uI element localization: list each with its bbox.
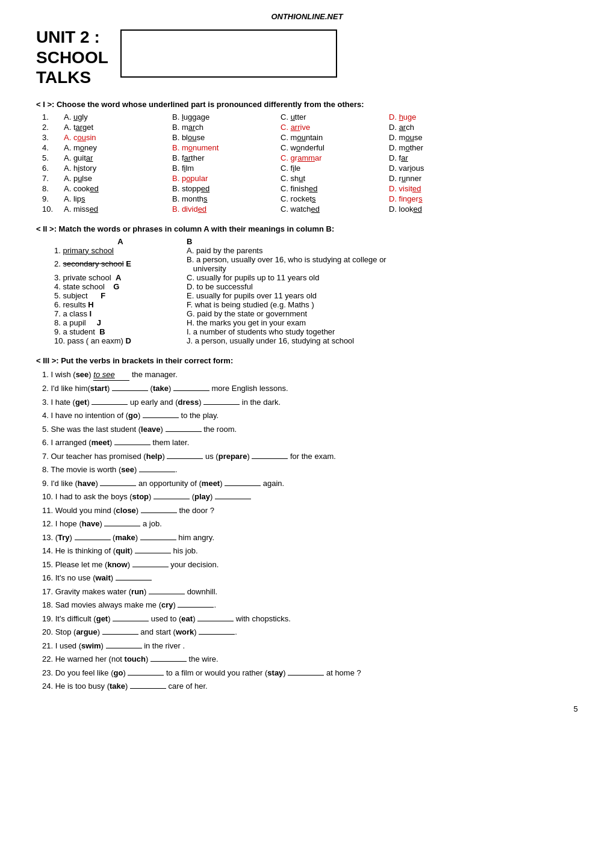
unit-image-placeholder xyxy=(120,29,337,78)
answer-blank xyxy=(116,580,152,580)
q-num: 22. xyxy=(42,654,53,663)
q-cell-answer: A. cousin xyxy=(64,133,172,142)
q-cell: C. rockets xyxy=(281,194,389,203)
match-term: 10. pass ( an eaxm) D xyxy=(54,336,187,345)
answer-blank xyxy=(130,688,166,689)
answer-blank xyxy=(75,540,111,540)
table-row: 8. a pupil J H. the marks you get in you… xyxy=(54,318,542,327)
q-cell-answer: D. fingers xyxy=(389,194,497,203)
q-num: 2. xyxy=(42,123,64,132)
answer-blank xyxy=(166,431,202,432)
unit-title: UNIT 2 :SCHOOLTALKS xyxy=(36,27,108,88)
q-cell: D. looked xyxy=(389,205,497,214)
answer-blank xyxy=(154,499,190,499)
page-number: 5 xyxy=(36,704,578,713)
table-row: 11. Would you mind (close) the door ? xyxy=(42,505,578,517)
q-cell-answer: B. monument xyxy=(172,143,281,152)
table-row: 4. state school G D. to be successful xyxy=(54,282,542,291)
table-row: 7. a class I G. paid by the state or gov… xyxy=(54,309,542,318)
match-term: 3. private school A xyxy=(54,273,187,282)
table-row: 10. pass ( an eaxm) D J. a person, usual… xyxy=(54,336,542,345)
col-a-header: A xyxy=(54,237,187,246)
match-meaning: D. to be successful xyxy=(187,282,542,291)
section1-header: < I >: Choose the word whose underlined … xyxy=(36,100,578,109)
table-row: 8. The movie is worth (see) . xyxy=(42,464,578,476)
q-num: 9. xyxy=(42,194,64,203)
table-row: 6. A. history B. film C. file D. various xyxy=(42,164,578,173)
q-cell: A. pulse xyxy=(64,174,172,183)
match-term: 2. secondary school E xyxy=(54,255,187,273)
table-row: 9. A. lips B. months C. rockets D. finge… xyxy=(42,194,578,203)
q-cell: C. utter xyxy=(281,112,389,122)
table-row: 10. A. missed B. divided C. watched D. l… xyxy=(42,205,578,214)
q-num: 20. xyxy=(42,627,53,636)
q-cell-answer: D. visited xyxy=(389,184,497,193)
q-cell: A. missed xyxy=(64,205,172,214)
q-num: 5. xyxy=(42,425,49,434)
q-num: 6. xyxy=(42,438,49,447)
table-row: 3. private school A C. usually for pupil… xyxy=(54,273,542,282)
q-num: 16. xyxy=(42,573,53,582)
table-row: 14. He is thinking of (quit) his job. xyxy=(42,545,578,557)
table-row: 5. A. guitar B. farther C. grammar D. fa… xyxy=(42,153,578,162)
table-row: 13. (Try) (make) him angry. xyxy=(42,532,578,544)
q-cell: D. mother xyxy=(389,143,497,152)
q-cell: D. mouse xyxy=(389,133,497,142)
q-num: 21. xyxy=(42,641,53,650)
answer-blank xyxy=(149,594,185,594)
q-num: 10. xyxy=(42,492,53,501)
table-row: 3. A. cousin B. blouse C. mountain D. mo… xyxy=(42,133,578,142)
answer-blank xyxy=(199,634,235,635)
q-num: 12. xyxy=(42,519,53,528)
answer-blank xyxy=(150,661,187,662)
match-meaning: A. paid by the parents xyxy=(187,246,542,255)
answer-blank xyxy=(128,675,164,676)
q-num: 23. xyxy=(42,668,53,677)
table-row: 17. Gravity makes water (run) downhill. xyxy=(42,586,578,598)
q-num: 1. xyxy=(42,112,64,122)
answer-blank: to see xyxy=(93,369,129,381)
section2-header: < II >: Match the words or phrases in co… xyxy=(36,224,578,233)
table-row: 3. I hate (get) up early and (dress) in … xyxy=(42,396,578,408)
match-meaning: C. usually for pupils up to 11 years old xyxy=(187,273,542,282)
table-row: 2. A. target B. march C. arrive D. arch xyxy=(42,123,578,132)
answer-blank xyxy=(167,458,203,459)
answer-blank xyxy=(173,390,209,391)
table-row: 9. I'd like (have) an opportunity of (me… xyxy=(42,478,578,490)
table-row: 2. secondary school E B. a person, usual… xyxy=(54,255,542,273)
q-num: 6. xyxy=(42,164,64,173)
table-row: 1. primary school A. paid by the parents xyxy=(54,246,542,255)
table-row: 10. I had to ask the boys (stop) (play) xyxy=(42,491,578,503)
table-row: 2. I'd like him(start) (take) more Engli… xyxy=(42,383,578,395)
table-row: 7. A. pulse B. popular C. shut D. runner xyxy=(42,174,578,183)
q-num: 24. xyxy=(42,682,53,691)
answer-blank xyxy=(143,417,179,418)
match-meaning: I. a number of students who study togeth… xyxy=(187,327,542,336)
q-cell: C. mountain xyxy=(281,133,389,142)
table-row: 19. It's difficult (get) used to (eat) w… xyxy=(42,613,578,625)
answer-blank xyxy=(132,567,169,567)
q-cell: A. cooked xyxy=(64,184,172,193)
q-cell: B. luggage xyxy=(172,112,281,122)
q-num: 9. xyxy=(42,479,49,488)
q-num: 11. xyxy=(42,506,53,515)
q-cell: B. farther xyxy=(172,153,281,162)
q-cell: A. history xyxy=(64,164,172,173)
q-num: 3. xyxy=(42,133,64,142)
answer-blank xyxy=(178,607,214,608)
answer-blank xyxy=(197,621,234,621)
q-cell: A. money xyxy=(64,143,172,152)
q-num: 7. xyxy=(42,174,64,183)
table-row: 12. I hope (have) a job. xyxy=(42,518,578,530)
match-meaning: G. paid by the state or government xyxy=(187,309,542,318)
q-num: 10. xyxy=(42,205,64,214)
q-cell: C. shut xyxy=(281,174,389,183)
table-row: 23. Do you feel like (go) to a film or w… xyxy=(42,667,578,679)
table-row: 24. He is too busy (take) care of her. xyxy=(42,680,578,692)
table-row: 5. subject F E. usually for pupils over … xyxy=(54,291,542,300)
match-term: 8. a pupil J xyxy=(54,318,187,327)
answer-blank xyxy=(225,485,261,486)
match-term: 1. primary school xyxy=(54,246,187,255)
answer-blank xyxy=(106,648,142,648)
q-cell: D. arch xyxy=(389,123,497,132)
